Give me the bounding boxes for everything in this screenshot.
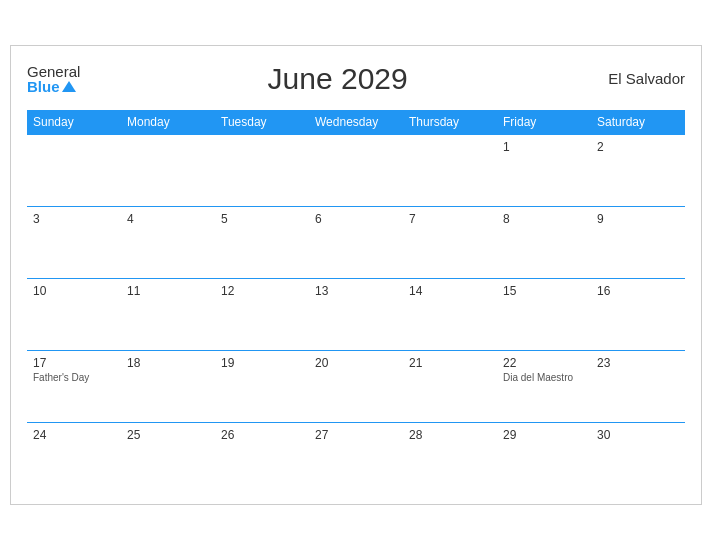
calendar-cell: 4 [121, 206, 215, 278]
day-number: 8 [503, 212, 585, 226]
holiday-label: Father's Day [33, 372, 115, 383]
day-number: 12 [221, 284, 303, 298]
day-number: 30 [597, 428, 679, 442]
day-number: 17 [33, 356, 115, 370]
day-number: 1 [503, 140, 585, 154]
calendar-cell: 17Father's Day [27, 350, 121, 422]
day-number: 11 [127, 284, 209, 298]
day-number: 21 [409, 356, 491, 370]
weekday-header-thursday: Thursday [403, 110, 497, 135]
weekday-header-saturday: Saturday [591, 110, 685, 135]
day-number: 10 [33, 284, 115, 298]
day-number: 24 [33, 428, 115, 442]
calendar-cell [309, 134, 403, 206]
day-number: 14 [409, 284, 491, 298]
calendar-cell: 5 [215, 206, 309, 278]
calendar-cell: 11 [121, 278, 215, 350]
calendar-cell: 9 [591, 206, 685, 278]
calendar-cell: 8 [497, 206, 591, 278]
weekday-header-sunday: Sunday [27, 110, 121, 135]
calendar-cell: 27 [309, 422, 403, 494]
day-number: 2 [597, 140, 679, 154]
calendar-cell: 23 [591, 350, 685, 422]
calendar-cell: 1 [497, 134, 591, 206]
calendar-cell: 10 [27, 278, 121, 350]
day-number: 29 [503, 428, 585, 442]
calendar-cell: 14 [403, 278, 497, 350]
calendar-row-4: 24252627282930 [27, 422, 685, 494]
day-number: 26 [221, 428, 303, 442]
calendar-cell: 16 [591, 278, 685, 350]
logo: General Blue [27, 64, 80, 94]
day-number: 4 [127, 212, 209, 226]
day-number: 9 [597, 212, 679, 226]
calendar-cell [121, 134, 215, 206]
logo-triangle-icon [62, 81, 76, 92]
calendar-title: June 2029 [80, 62, 595, 96]
calendar-cell: 22Dia del Maestro [497, 350, 591, 422]
calendar-cell: 21 [403, 350, 497, 422]
day-number: 25 [127, 428, 209, 442]
weekday-header-monday: Monday [121, 110, 215, 135]
calendar-row-0: 12 [27, 134, 685, 206]
day-number: 18 [127, 356, 209, 370]
calendar-cell: 20 [309, 350, 403, 422]
calendar-cell: 2 [591, 134, 685, 206]
day-number: 22 [503, 356, 585, 370]
calendar-container: General Blue June 2029 El Salvador Sunda… [10, 45, 702, 506]
logo-blue-text: Blue [27, 79, 60, 94]
calendar-cell: 24 [27, 422, 121, 494]
logo-general-text: General [27, 64, 80, 79]
day-number: 3 [33, 212, 115, 226]
day-number: 19 [221, 356, 303, 370]
day-number: 27 [315, 428, 397, 442]
calendar-cell: 26 [215, 422, 309, 494]
day-number: 15 [503, 284, 585, 298]
calendar-cell: 30 [591, 422, 685, 494]
calendar-cell [215, 134, 309, 206]
day-number: 16 [597, 284, 679, 298]
weekday-header-friday: Friday [497, 110, 591, 135]
calendar-cell: 13 [309, 278, 403, 350]
day-number: 6 [315, 212, 397, 226]
calendar-cell: 29 [497, 422, 591, 494]
holiday-label: Dia del Maestro [503, 372, 585, 383]
calendar-cell: 7 [403, 206, 497, 278]
calendar-cell: 3 [27, 206, 121, 278]
calendar-cell: 18 [121, 350, 215, 422]
calendar-cell: 28 [403, 422, 497, 494]
calendar-cell: 6 [309, 206, 403, 278]
day-number: 13 [315, 284, 397, 298]
calendar-cell: 12 [215, 278, 309, 350]
calendar-grid: SundayMondayTuesdayWednesdayThursdayFrid… [27, 110, 685, 495]
day-number: 23 [597, 356, 679, 370]
weekday-header-row: SundayMondayTuesdayWednesdayThursdayFrid… [27, 110, 685, 135]
calendar-cell [27, 134, 121, 206]
day-number: 28 [409, 428, 491, 442]
calendar-row-2: 10111213141516 [27, 278, 685, 350]
day-number: 5 [221, 212, 303, 226]
weekday-header-tuesday: Tuesday [215, 110, 309, 135]
calendar-header: General Blue June 2029 El Salvador [27, 62, 685, 96]
calendar-cell: 19 [215, 350, 309, 422]
weekday-header-wednesday: Wednesday [309, 110, 403, 135]
calendar-cell: 15 [497, 278, 591, 350]
calendar-row-3: 17Father's Day1819202122Dia del Maestro2… [27, 350, 685, 422]
calendar-cell: 25 [121, 422, 215, 494]
calendar-row-1: 3456789 [27, 206, 685, 278]
calendar-country: El Salvador [595, 70, 685, 87]
day-number: 7 [409, 212, 491, 226]
calendar-cell [403, 134, 497, 206]
day-number: 20 [315, 356, 397, 370]
